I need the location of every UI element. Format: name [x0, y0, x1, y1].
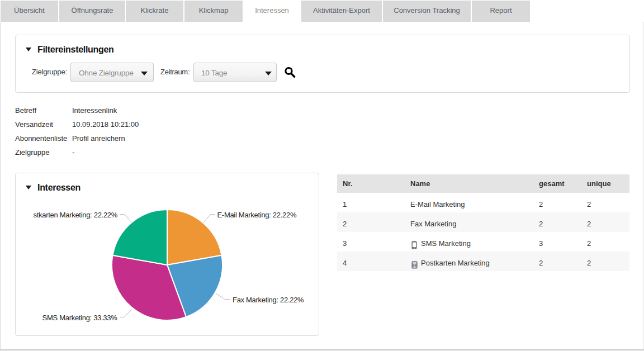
svg-text:E-Mail Marketing: 22.22%: E-Mail Marketing: 22.22% [217, 211, 297, 219]
svg-text:SMS Marketing: 33.33%: SMS Marketing: 33.33% [42, 314, 118, 322]
svg-text:stkarten Marketing: 22.22%: stkarten Marketing: 22.22% [34, 211, 118, 219]
svg-text:Fax Marketing: 22.22%: Fax Marketing: 22.22% [233, 296, 304, 304]
